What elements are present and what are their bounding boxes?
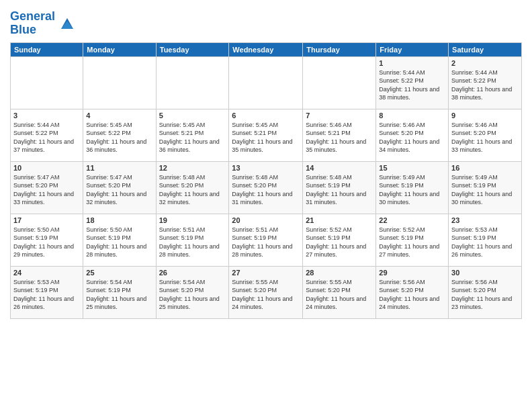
- day-cell: [229, 56, 303, 109]
- day-cell: 26Sunrise: 5:54 AMSunset: 5:20 PMDayligh…: [156, 266, 229, 318]
- logo-icon: [58, 14, 77, 33]
- day-info: Sunrise: 5:55 AMSunset: 5:20 PMDaylight:…: [232, 278, 300, 312]
- day-number: 13: [232, 164, 300, 172]
- day-cell: 1Sunrise: 5:44 AMSunset: 5:22 PMDaylight…: [376, 56, 449, 109]
- day-number: 16: [451, 164, 519, 172]
- day-cell: 13Sunrise: 5:48 AMSunset: 5:20 PMDayligh…: [229, 161, 303, 214]
- day-info: Sunrise: 5:44 AMSunset: 5:22 PMDaylight:…: [379, 68, 445, 102]
- day-cell: 16Sunrise: 5:49 AMSunset: 5:19 PMDayligh…: [449, 161, 522, 214]
- day-number: 3: [13, 111, 80, 120]
- day-cell: 11Sunrise: 5:47 AMSunset: 5:20 PMDayligh…: [83, 161, 156, 214]
- day-info: Sunrise: 5:46 AMSunset: 5:21 PMDaylight:…: [306, 121, 373, 154]
- week-row-2: 3Sunrise: 5:44 AMSunset: 5:22 PMDaylight…: [11, 109, 522, 161]
- day-number: 10: [13, 164, 80, 172]
- day-info: Sunrise: 5:44 AMSunset: 5:22 PMDaylight:…: [13, 121, 80, 154]
- day-number: 23: [451, 216, 519, 224]
- day-info: Sunrise: 5:49 AMSunset: 5:19 PMDaylight:…: [379, 173, 445, 207]
- day-info: Sunrise: 5:49 AMSunset: 5:19 PMDaylight:…: [451, 173, 519, 207]
- day-cell: 14Sunrise: 5:48 AMSunset: 5:19 PMDayligh…: [303, 161, 376, 214]
- day-cell: 18Sunrise: 5:50 AMSunset: 5:19 PMDayligh…: [83, 214, 156, 266]
- day-info: Sunrise: 5:51 AMSunset: 5:19 PMDaylight:…: [232, 226, 300, 259]
- day-info: Sunrise: 5:47 AMSunset: 5:20 PMDaylight:…: [86, 173, 152, 207]
- day-cell: 22Sunrise: 5:52 AMSunset: 5:19 PMDayligh…: [376, 214, 449, 266]
- day-number: 29: [379, 269, 445, 277]
- day-number: 12: [159, 164, 226, 172]
- day-cell: [303, 56, 376, 109]
- weekday-tuesday: Tuesday: [156, 42, 229, 56]
- day-number: 20: [232, 216, 300, 224]
- day-number: 5: [159, 111, 226, 120]
- day-cell: [156, 56, 229, 109]
- day-number: 11: [86, 164, 152, 172]
- weekday-header-row: SundayMondayTuesdayWednesdayThursdayFrid…: [11, 42, 522, 56]
- day-info: Sunrise: 5:55 AMSunset: 5:20 PMDaylight:…: [306, 278, 373, 312]
- day-info: Sunrise: 5:52 AMSunset: 5:19 PMDaylight:…: [306, 226, 373, 259]
- day-number: 1: [379, 59, 445, 67]
- calendar: SundayMondayTuesdayWednesdayThursdayFrid…: [10, 42, 522, 319]
- day-cell: 29Sunrise: 5:56 AMSunset: 5:20 PMDayligh…: [376, 266, 449, 318]
- day-number: 6: [232, 111, 300, 120]
- day-cell: 15Sunrise: 5:49 AMSunset: 5:19 PMDayligh…: [376, 161, 449, 214]
- day-number: 18: [86, 216, 152, 224]
- header: General Blue: [10, 7, 522, 37]
- day-info: Sunrise: 5:45 AMSunset: 5:22 PMDaylight:…: [86, 121, 152, 154]
- day-info: Sunrise: 5:45 AMSunset: 5:21 PMDaylight:…: [232, 121, 300, 154]
- day-cell: 8Sunrise: 5:46 AMSunset: 5:20 PMDaylight…: [376, 109, 449, 161]
- day-cell: 30Sunrise: 5:56 AMSunset: 5:20 PMDayligh…: [449, 266, 522, 318]
- day-number: 25: [86, 269, 152, 277]
- day-info: Sunrise: 5:46 AMSunset: 5:20 PMDaylight:…: [379, 121, 445, 154]
- day-cell: 12Sunrise: 5:48 AMSunset: 5:20 PMDayligh…: [156, 161, 229, 214]
- day-cell: 25Sunrise: 5:54 AMSunset: 5:19 PMDayligh…: [83, 266, 156, 318]
- day-cell: 4Sunrise: 5:45 AMSunset: 5:22 PMDaylight…: [83, 109, 156, 161]
- day-info: Sunrise: 5:48 AMSunset: 5:20 PMDaylight:…: [159, 173, 226, 207]
- day-info: Sunrise: 5:46 AMSunset: 5:20 PMDaylight:…: [451, 121, 519, 154]
- day-info: Sunrise: 5:44 AMSunset: 5:22 PMDaylight:…: [451, 68, 519, 102]
- day-cell: 19Sunrise: 5:51 AMSunset: 5:19 PMDayligh…: [156, 214, 229, 266]
- page: General Blue SundayMondayTuesdayWednesda…: [0, 0, 532, 411]
- weekday-wednesday: Wednesday: [229, 42, 303, 56]
- day-info: Sunrise: 5:50 AMSunset: 5:19 PMDaylight:…: [86, 226, 152, 259]
- day-number: 15: [379, 164, 445, 172]
- day-info: Sunrise: 5:54 AMSunset: 5:19 PMDaylight:…: [86, 278, 152, 312]
- day-info: Sunrise: 5:52 AMSunset: 5:19 PMDaylight:…: [379, 226, 445, 259]
- day-number: 30: [451, 269, 519, 277]
- day-info: Sunrise: 5:48 AMSunset: 5:19 PMDaylight:…: [306, 173, 373, 207]
- week-row-5: 24Sunrise: 5:53 AMSunset: 5:19 PMDayligh…: [11, 266, 522, 318]
- day-number: 4: [86, 111, 152, 120]
- weekday-saturday: Saturday: [449, 42, 522, 56]
- day-info: Sunrise: 5:50 AMSunset: 5:19 PMDaylight:…: [13, 226, 80, 259]
- day-cell: 9Sunrise: 5:46 AMSunset: 5:20 PMDaylight…: [449, 109, 522, 161]
- day-cell: 10Sunrise: 5:47 AMSunset: 5:20 PMDayligh…: [11, 161, 83, 214]
- day-cell: 28Sunrise: 5:55 AMSunset: 5:20 PMDayligh…: [303, 266, 376, 318]
- logo-text: General Blue: [10, 10, 77, 37]
- day-info: Sunrise: 5:51 AMSunset: 5:19 PMDaylight:…: [159, 226, 226, 259]
- day-number: 22: [379, 216, 445, 224]
- day-info: Sunrise: 5:47 AMSunset: 5:20 PMDaylight:…: [13, 173, 80, 207]
- week-row-1: 1Sunrise: 5:44 AMSunset: 5:22 PMDaylight…: [11, 56, 522, 109]
- weekday-sunday: Sunday: [11, 42, 83, 56]
- day-number: 2: [451, 59, 519, 67]
- day-number: 17: [13, 216, 80, 224]
- day-info: Sunrise: 5:53 AMSunset: 5:19 PMDaylight:…: [13, 278, 80, 312]
- day-number: 7: [306, 111, 373, 120]
- day-number: 19: [159, 216, 226, 224]
- day-cell: 27Sunrise: 5:55 AMSunset: 5:20 PMDayligh…: [229, 266, 303, 318]
- day-info: Sunrise: 5:48 AMSunset: 5:20 PMDaylight:…: [232, 173, 300, 207]
- weekday-monday: Monday: [83, 42, 156, 56]
- day-info: Sunrise: 5:56 AMSunset: 5:20 PMDaylight:…: [451, 278, 519, 312]
- day-cell: 2Sunrise: 5:44 AMSunset: 5:22 PMDaylight…: [449, 56, 522, 109]
- day-cell: 5Sunrise: 5:45 AMSunset: 5:21 PMDaylight…: [156, 109, 229, 161]
- day-cell: 17Sunrise: 5:50 AMSunset: 5:19 PMDayligh…: [11, 214, 83, 266]
- day-cell: 20Sunrise: 5:51 AMSunset: 5:19 PMDayligh…: [229, 214, 303, 266]
- day-cell: 24Sunrise: 5:53 AMSunset: 5:19 PMDayligh…: [11, 266, 83, 318]
- day-number: 27: [232, 269, 300, 277]
- day-number: 9: [451, 111, 519, 120]
- day-cell: 7Sunrise: 5:46 AMSunset: 5:21 PMDaylight…: [303, 109, 376, 161]
- svg-marker-1: [61, 21, 73, 29]
- day-info: Sunrise: 5:56 AMSunset: 5:20 PMDaylight:…: [379, 278, 445, 312]
- day-cell: 23Sunrise: 5:53 AMSunset: 5:19 PMDayligh…: [449, 214, 522, 266]
- day-number: 8: [379, 111, 445, 120]
- logo: General Blue: [10, 10, 77, 37]
- weekday-friday: Friday: [376, 42, 449, 56]
- day-number: 14: [306, 164, 373, 172]
